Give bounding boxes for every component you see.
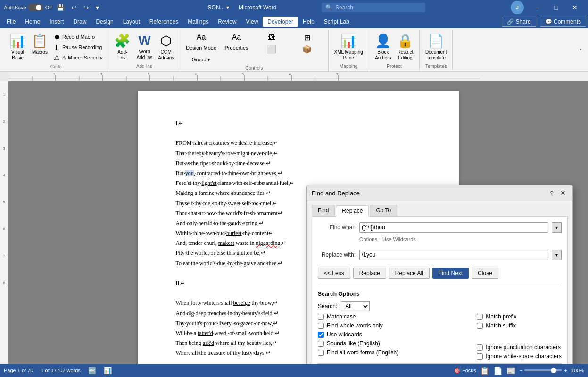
macro-security-button[interactable]: ⚠ ⚠ Macro Security — [52, 53, 104, 62]
user-initial: J — [516, 5, 519, 10]
autosave-label: AutoSave — [4, 5, 26, 10]
find-what-dropdown[interactable]: ▾ — [552, 222, 562, 233]
ctrl-table-btn[interactable]: ⊞ — [290, 32, 324, 43]
ribbon-collapse-button[interactable]: ⌃ — [577, 47, 584, 54]
sounds-like-input[interactable] — [318, 341, 324, 347]
ribbon-group-addins: 🧩 Add-ins W WordAdd-ins ⬡ COMAdd-ins Add… — [108, 30, 180, 70]
match-case-checkbox[interactable]: Match case — [318, 313, 398, 320]
undo-icon[interactable]: ↩ — [69, 3, 79, 12]
ctrl-btn-2[interactable]: Aa — [219, 32, 254, 42]
properties-button[interactable]: Properties — [219, 44, 254, 51]
ignore-whitespace-checkbox[interactable]: Ignore white-space characters — [477, 353, 562, 360]
zoom-in-button[interactable]: + — [564, 368, 567, 373]
comments-button[interactable]: 💬 Comments — [540, 17, 586, 27]
menu-references[interactable]: References — [145, 17, 183, 27]
tab-find[interactable]: Find — [312, 205, 335, 216]
autosave-toggle[interactable] — [28, 4, 43, 11]
match-case-input[interactable] — [318, 314, 324, 320]
match-suffix-checkbox[interactable]: Match suffix — [477, 322, 562, 329]
view-mode-2[interactable]: 📄 — [493, 366, 503, 375]
menu-mailings[interactable]: Mailings — [183, 17, 213, 27]
dialog-help-button[interactable]: ? — [547, 188, 556, 198]
find-what-input[interactable] — [359, 222, 548, 233]
group-button[interactable]: Group ▾ — [184, 56, 218, 64]
use-wildcards-checkbox[interactable]: Use wildcards — [318, 331, 398, 338]
replace-with-input[interactable] — [359, 250, 548, 260]
block-authors-button[interactable]: 👤 BlockAuthors — [373, 32, 393, 62]
menu-review[interactable]: Review — [213, 17, 241, 27]
ribbon-group-controls: Aa Aa 🖼 ⊞ Design Mode Properties ⬜ 📦 Gro… — [180, 30, 328, 72]
zoom-out-button[interactable]: − — [520, 368, 522, 373]
code-group-content: 📊 VisualBasic 📋 Macros ⏺ Record Macro ⏸ … — [8, 30, 104, 62]
pause-recording-button[interactable]: ⏸ Pause Recording — [52, 42, 104, 52]
search-direction-select[interactable]: All Up Down — [341, 301, 370, 311]
word-addins-button[interactable]: W WordAdd-ins — [134, 32, 154, 61]
find-whole-words-input[interactable] — [318, 323, 324, 329]
share-button[interactable]: 🔗 Share — [502, 17, 536, 27]
svg-text:4: 4 — [195, 72, 197, 76]
dialog-close-button[interactable]: ✕ — [558, 188, 568, 198]
macros-button[interactable]: 📋 Macros — [30, 32, 50, 56]
match-prefix-input[interactable] — [477, 314, 483, 320]
menu-developer[interactable]: Developer — [263, 17, 298, 27]
match-prefix-checkbox[interactable]: Match prefix — [477, 313, 562, 320]
find-whole-words-checkbox[interactable]: Find whole words only — [318, 322, 398, 329]
less-button[interactable]: << Less — [318, 268, 350, 279]
visual-basic-button[interactable]: 📊 VisualBasic — [8, 32, 28, 62]
menu-home[interactable]: Home — [20, 17, 45, 27]
sounds-like-checkbox[interactable]: Sounds like (English) — [318, 340, 398, 347]
replace-with-dropdown[interactable]: ▾ — [552, 250, 562, 260]
find-all-word-forms-checkbox[interactable]: Find all word forms (English) — [318, 349, 398, 356]
document-template-icon: 📄 — [428, 33, 444, 49]
replace-button[interactable]: Replace — [353, 268, 386, 279]
menu-scriptlab[interactable]: Script Lab — [319, 17, 354, 27]
replace-all-button[interactable]: Replace All — [389, 268, 430, 279]
search-input[interactable] — [335, 4, 422, 11]
ruler-corner — [0, 72, 8, 81]
view-mode-1[interactable]: 📋 — [480, 366, 489, 375]
menu-file[interactable]: File — [2, 17, 20, 27]
ctrl-bottom-1[interactable]: ⬜ — [255, 44, 289, 55]
menu-layout[interactable]: Layout — [118, 17, 145, 27]
restrict-editing-button[interactable]: 🔒 RestrictEditing — [395, 32, 415, 62]
tab-goto[interactable]: Go To — [370, 205, 397, 216]
design-mode-button[interactable]: Design Mode — [184, 44, 218, 51]
find-all-word-forms-input[interactable] — [318, 350, 324, 356]
com-addins-button[interactable]: ⬡ COMAdd-ins — [156, 32, 176, 62]
ctrl-btn-1[interactable]: Aa — [184, 32, 218, 42]
zoom-slider[interactable] — [524, 369, 562, 371]
dialog-close-action[interactable]: Close — [472, 268, 498, 279]
ignore-punctuation-input[interactable] — [477, 344, 483, 351]
replace-with-field: Replace with: ▾ — [318, 250, 562, 260]
customize-icon[interactable]: ▾ — [94, 3, 101, 12]
menu-draw[interactable]: Draw — [68, 17, 91, 27]
menu-insert[interactable]: Insert — [45, 17, 68, 27]
xml-mapping-button[interactable]: 📊 XML MappingPane — [332, 32, 365, 62]
save-icon[interactable]: 💾 — [55, 3, 66, 12]
menu-help[interactable]: Help — [298, 17, 319, 27]
search-bar[interactable]: 🔍 — [322, 3, 425, 12]
redo-icon[interactable]: ↪ — [82, 3, 91, 12]
tab-replace[interactable]: Replace — [336, 205, 369, 217]
add-ins-button[interactable]: 🧩 Add-ins — [112, 32, 133, 62]
match-suffix-input[interactable] — [477, 323, 483, 329]
ctrl-image-btn[interactable]: 🖼 — [255, 32, 289, 42]
spelling-icon[interactable]: 🔤 — [88, 367, 96, 374]
ignore-punctuation-checkbox[interactable]: Ignore punctuation characters — [477, 344, 562, 351]
ctrl-bottom-2[interactable]: 📦 — [290, 44, 324, 55]
svg-text:6: 6 — [289, 72, 291, 76]
menu-view[interactable]: View — [241, 17, 263, 27]
record-macro-button[interactable]: ⏺ Record Macro — [52, 32, 104, 42]
replace-with-label: Replace with: — [318, 251, 356, 258]
maximize-button[interactable]: □ — [547, 0, 565, 15]
view-mode-3[interactable]: 📰 — [506, 366, 516, 375]
focus-button[interactable]: 🎯 Focus — [454, 368, 476, 374]
menu-design[interactable]: Design — [91, 17, 118, 27]
tracking-icon[interactable]: 📊 — [104, 367, 112, 374]
document-template-button[interactable]: 📄 DocumentTemplate — [423, 32, 449, 62]
minimize-button[interactable]: − — [528, 0, 547, 15]
find-next-button[interactable]: Find Next — [432, 268, 469, 279]
close-button[interactable]: ✕ — [565, 0, 584, 15]
ignore-whitespace-input[interactable] — [477, 353, 483, 360]
use-wildcards-input[interactable] — [318, 332, 324, 338]
